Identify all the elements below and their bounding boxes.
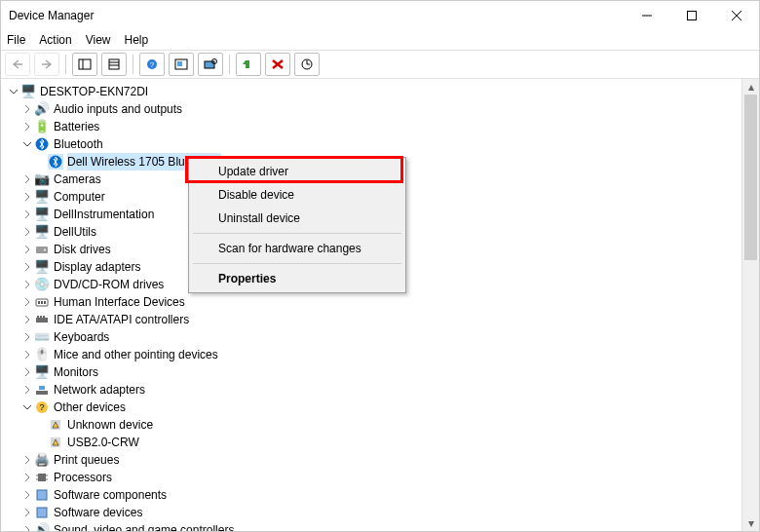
- help-button[interactable]: ?: [139, 53, 165, 76]
- tree-item-other[interactable]: ? Other devices: [7, 399, 741, 416]
- tree-item-audio[interactable]: 🔊 Audio inputs and outputs: [7, 100, 741, 118]
- device-tree[interactable]: 🖥️ DESKTOP-EKN72DI 🔊 Audio inputs and ou…: [1, 79, 741, 531]
- ctx-disable-device[interactable]: Disable device: [191, 183, 403, 207]
- expand-icon[interactable]: [20, 172, 34, 186]
- scroll-up-button[interactable]: ▴: [742, 79, 759, 95]
- display-icon: 🖥️: [34, 259, 50, 275]
- collapse-icon[interactable]: [20, 400, 34, 414]
- tree-label: Bluetooth: [54, 135, 103, 153]
- tree-item-monitors[interactable]: 🖥️ Monitors: [7, 363, 741, 381]
- tree-item-batteries[interactable]: 🔋 Batteries: [7, 118, 741, 135]
- context-menu: Update driver Disable device Uninstall d…: [188, 157, 406, 293]
- svg-rect-37: [38, 474, 46, 481]
- ctx-properties[interactable]: Properties: [191, 267, 403, 290]
- legacy-hardware-button[interactable]: [169, 53, 194, 76]
- expand-icon[interactable]: [20, 330, 34, 344]
- tree-item-keyboards[interactable]: ⌨️ Keyboards: [7, 328, 741, 346]
- tree-root[interactable]: 🖥️ DESKTOP-EKN72DI: [7, 83, 741, 100]
- svg-rect-15: [246, 60, 249, 68]
- tree-label: DVD/CD-ROM drives: [54, 276, 164, 293]
- tree-item-hid[interactable]: Human Interface Devices: [7, 293, 741, 311]
- expand-icon[interactable]: [20, 278, 34, 291]
- expand-icon[interactable]: [20, 313, 34, 326]
- close-button[interactable]: [714, 1, 759, 30]
- expand-icon[interactable]: [20, 225, 34, 239]
- toolbar-separator: [133, 55, 133, 74]
- tree-item-sound[interactable]: 🔊 Sound, video and game controllers: [7, 521, 741, 531]
- scroll-down-button[interactable]: ▾: [742, 515, 759, 531]
- titlebar: Device Manager: [1, 1, 759, 30]
- menu-help[interactable]: Help: [125, 33, 149, 47]
- tree-item-printq[interactable]: 🖨️ Print queues: [7, 451, 741, 469]
- ctx-update-driver[interactable]: Update driver: [191, 160, 403, 183]
- enable-device-button[interactable]: [236, 53, 261, 76]
- svg-rect-42: [37, 490, 47, 500]
- expand-icon[interactable]: [20, 488, 34, 502]
- collapse-icon[interactable]: [20, 137, 34, 151]
- svg-rect-30: [43, 316, 45, 318]
- bluetooth-icon: [48, 154, 63, 170]
- tree-label: USB2.0-CRW: [67, 434, 139, 451]
- expand-icon[interactable]: [20, 471, 34, 484]
- expand-icon[interactable]: [20, 348, 34, 361]
- tree-item-swdev[interactable]: Software devices: [7, 504, 741, 521]
- expand-icon[interactable]: [20, 208, 34, 221]
- tree-item-swcomp[interactable]: Software components: [7, 486, 741, 504]
- tree-label: DESKTOP-EKN72DI: [40, 83, 148, 100]
- disc-icon: 💿: [34, 277, 50, 292]
- tree-item-usb2crw[interactable]: USB2.0-CRW: [7, 434, 741, 451]
- expand-icon[interactable]: [20, 295, 34, 309]
- expand-icon[interactable]: [20, 506, 34, 519]
- camera-icon: 📷: [34, 171, 50, 187]
- ctx-scan-hardware[interactable]: Scan for hardware changes: [191, 237, 403, 260]
- minimize-button[interactable]: [625, 1, 669, 30]
- ctx-uninstall-device[interactable]: Uninstall device: [191, 207, 403, 230]
- vertical-scrollbar[interactable]: ▴ ▾: [741, 79, 759, 531]
- tree-item-ide[interactable]: IDE ATA/ATAPI controllers: [7, 311, 741, 328]
- expand-icon[interactable]: [20, 243, 34, 256]
- tree-label: Audio inputs and outputs: [54, 100, 182, 118]
- printer-icon: 🖨️: [34, 452, 50, 468]
- tree-item-bluetooth[interactable]: Bluetooth: [7, 135, 741, 153]
- scrollbar-thumb[interactable]: [744, 95, 757, 260]
- expand-icon[interactable]: [20, 523, 34, 531]
- menu-file[interactable]: File: [7, 33, 25, 47]
- back-button[interactable]: [5, 53, 30, 76]
- tree-item-processors[interactable]: Processors: [7, 469, 741, 486]
- tree-label: Sound, video and game controllers: [54, 521, 234, 531]
- scan-hardware-button[interactable]: [198, 53, 223, 76]
- expand-icon[interactable]: [20, 365, 34, 379]
- tree-item-network[interactable]: Network adapters: [7, 381, 741, 399]
- tree-item-unknown[interactable]: Unknown device: [7, 416, 741, 434]
- tree-label: Mice and other pointing devices: [54, 346, 218, 363]
- client-area: 🖥️ DESKTOP-EKN72DI 🔊 Audio inputs and ou…: [1, 79, 759, 531]
- bluetooth-icon: [34, 136, 50, 152]
- expand-icon[interactable]: [20, 260, 34, 274]
- expand-icon[interactable]: [20, 120, 34, 133]
- expand-icon[interactable]: [20, 102, 34, 116]
- expand-icon[interactable]: [20, 190, 34, 204]
- show-hide-tree-button[interactable]: [72, 53, 97, 76]
- menu-action[interactable]: Action: [39, 33, 71, 47]
- hid-icon: [34, 294, 50, 310]
- disk-icon: [34, 242, 50, 257]
- forward-button[interactable]: [34, 53, 59, 76]
- tree-label: Human Interface Devices: [54, 293, 185, 311]
- svg-rect-32: [39, 386, 45, 390]
- properties-button[interactable]: [101, 53, 127, 76]
- tree-label: Disk drives: [54, 241, 111, 258]
- svg-rect-4: [79, 59, 91, 69]
- maximize-button[interactable]: [669, 1, 714, 30]
- tree-item-mice[interactable]: 🖱️ Mice and other pointing devices: [7, 346, 741, 363]
- ide-icon: [34, 312, 50, 327]
- audio-icon: 🔊: [34, 101, 50, 117]
- uninstall-device-button[interactable]: [265, 53, 290, 76]
- svg-rect-31: [36, 391, 48, 395]
- menu-view[interactable]: View: [86, 33, 111, 47]
- computer-icon: 🖥️: [34, 189, 50, 205]
- expand-icon[interactable]: [7, 85, 20, 98]
- expand-icon[interactable]: [20, 453, 34, 467]
- update-driver-button[interactable]: [294, 53, 320, 76]
- tree-label: Cameras: [54, 171, 101, 188]
- expand-icon[interactable]: [20, 383, 34, 397]
